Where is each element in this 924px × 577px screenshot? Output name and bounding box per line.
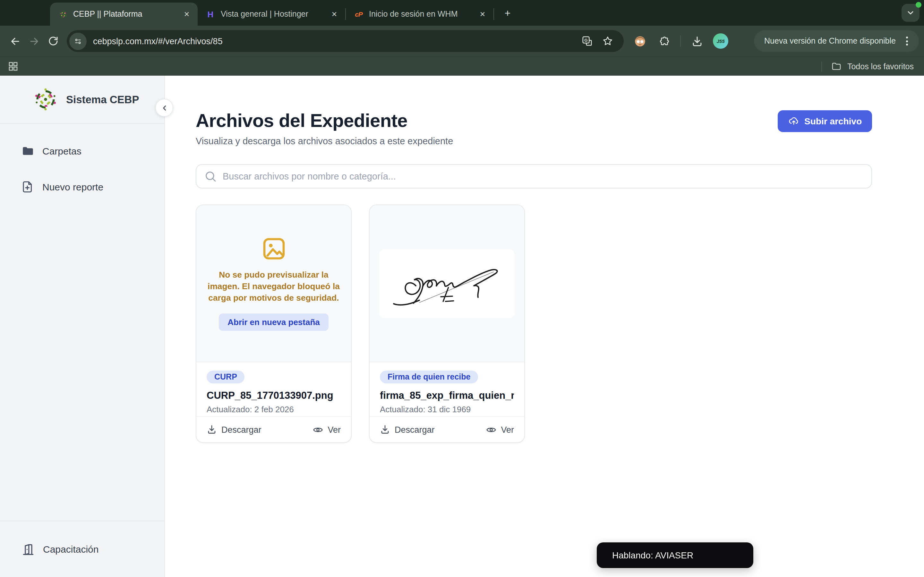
site-settings-icon [73,36,83,46]
toolbar-separator [680,35,681,47]
brand-title: Sistema CEBP [66,93,139,105]
file-name: firma_85_exp_firma_quien_re... [380,390,514,401]
upload-file-label: Subir archivo [804,116,862,126]
search-container [196,164,872,189]
update-notification-dot [916,2,921,8]
sidebar-nav: Carpetas Nuevo reporte [0,124,164,211]
download-label: Descargar [221,425,262,434]
apps-grid-icon[interactable] [8,61,19,72]
chevron-left-icon [160,103,168,112]
cebp-favicon-icon [58,9,68,19]
page-content: Sistema CEBP Carpetas Nuevo reporte [0,76,924,577]
door-open-icon [21,542,35,556]
sidebar-item-nuevo-reporte[interactable]: Nuevo reporte [0,175,164,198]
download-icon [207,424,217,435]
signature-image [379,249,515,318]
speaking-toast: Hablando: AVIASER [597,542,753,568]
tab-strip: CEBP || Plataforma ✕ H Vista general | H… [0,0,924,26]
extensions-button[interactable] [656,33,672,49]
tab-search-button[interactable] [901,4,919,22]
category-badge: Firma de quien recibe [380,371,478,384]
svg-text:G: G [584,38,588,43]
file-card-curp: No se pudo previsualizar la imagen. El n… [196,205,352,443]
bookmarks-separator [822,61,822,71]
view-button[interactable]: Ver [485,424,514,435]
profile-extension-button[interactable] [632,33,648,49]
category-badge: CURP [207,371,245,384]
sidebar-item-label: Nuevo reporte [42,181,103,192]
forward-arrow-icon [28,35,40,47]
url-text: cebpslp.com.mx/#/verArchivos/85 [93,36,575,46]
downloads-button[interactable] [688,33,705,49]
card-preview-blocked: No se pudo previsualizar la imagen. El n… [196,205,351,362]
hostinger-favicon-icon: H [205,9,216,19]
eye-icon [312,424,323,435]
browser-toolbar: cebpslp.com.mx/#/verArchivos/85 G [0,26,924,56]
profile-avatar[interactable]: J55 [713,33,728,49]
bookmark-star-button[interactable] [599,33,616,49]
card-body: CURP CURP_85_1770133907.png Actualizado:… [196,362,351,414]
forward-button[interactable] [24,31,44,51]
open-new-tab-button[interactable]: Abrir en nueva pestaña [218,313,329,330]
page-title: Archivos del Expediente [196,110,453,131]
download-button[interactable]: Descargar [380,424,435,435]
main-content: Archivos del Expediente Visualiza y desc… [165,76,924,577]
tab-close-icon[interactable]: ✕ [477,8,488,20]
updated-date: Actualizado: 2 feb 2026 [207,405,341,414]
file-name: CURP_85_1770133907.png [207,390,341,401]
tab-hostinger[interactable]: H Vista general | Hostinger ✕ [198,3,345,26]
updated-date: Actualizado: 31 dic 1969 [380,405,514,414]
search-input[interactable] [196,164,872,189]
bookmarks-bar: Todos los favoritos [0,56,924,76]
sidebar: Sistema CEBP Carpetas Nuevo reporte [0,76,165,577]
chrome-update-label: Nueva versión de Chrome disponible [764,37,896,45]
chrome-update-button[interactable]: Nueva versión de Chrome disponible [754,30,919,52]
download-button[interactable]: Descargar [207,424,262,435]
translate-icon: G [582,35,593,47]
face-avatar-icon [633,34,646,48]
translate-button[interactable]: G [579,33,596,49]
cpanel-favicon-icon: cP [354,9,364,19]
puzzle-icon [658,35,670,47]
tab-close-icon[interactable]: ✕ [181,8,192,20]
sidebar-header: Sistema CEBP [0,76,164,124]
page-subtitle: Visualiza y descarga los archivos asocia… [196,136,453,146]
sidebar-item-carpetas[interactable]: Carpetas [0,139,164,162]
sidebar-item-label: Capacitación [43,544,99,554]
tab-whm[interactable]: cP Inicio de sesión en WHM ✕ [346,3,493,26]
tab-title: CEBP || Plataforma [73,10,176,19]
card-body: Firma de quien recibe firma_85_exp_firma… [370,362,524,414]
browser-window: CEBP || Plataforma ✕ H Vista general | H… [0,0,924,577]
folder-icon [21,144,35,157]
sidebar-collapse-button[interactable] [155,99,173,117]
tab-close-icon[interactable]: ✕ [328,8,340,20]
image-icon [261,236,286,262]
new-tab-button[interactable]: + [499,5,516,22]
tab-separator [493,8,494,20]
tab-title: Inicio de sesión en WHM [369,10,472,19]
upload-file-button[interactable]: Subir archivo [777,110,872,132]
back-button[interactable] [5,31,24,51]
signature-drawing [384,252,509,314]
tab-cebp[interactable]: CEBP || Plataforma ✕ [50,3,198,26]
site-info-button[interactable] [69,32,87,50]
tab-title: Vista general | Hostinger [221,10,323,19]
view-label: Ver [328,425,341,434]
cloud-upload-icon [788,115,799,127]
star-icon [602,35,614,47]
sidebar-item-capacitacion[interactable]: Capacitación [0,521,164,577]
title-block: Archivos del Expediente Visualiza y desc… [196,110,453,146]
reload-button[interactable] [44,31,63,51]
view-button[interactable]: Ver [312,424,341,435]
card-actions: Descargar Ver [196,416,351,442]
back-arrow-icon [9,35,21,47]
file-cards: No se pudo previsualizar la imagen. El n… [196,205,872,443]
sidebar-item-label: Carpetas [42,145,81,156]
all-favorites-button[interactable]: Todos los favoritos [847,62,914,71]
download-icon [380,424,390,435]
main-header: Archivos del Expediente Visualiza y desc… [196,110,872,146]
browser-menu-icon[interactable] [901,35,913,47]
view-label: Ver [501,425,514,434]
address-bar[interactable]: cebpslp.com.mx/#/verArchivos/85 G [67,30,624,52]
preview-error-text: No se pudo previsualizar la imagen. El n… [207,269,341,303]
